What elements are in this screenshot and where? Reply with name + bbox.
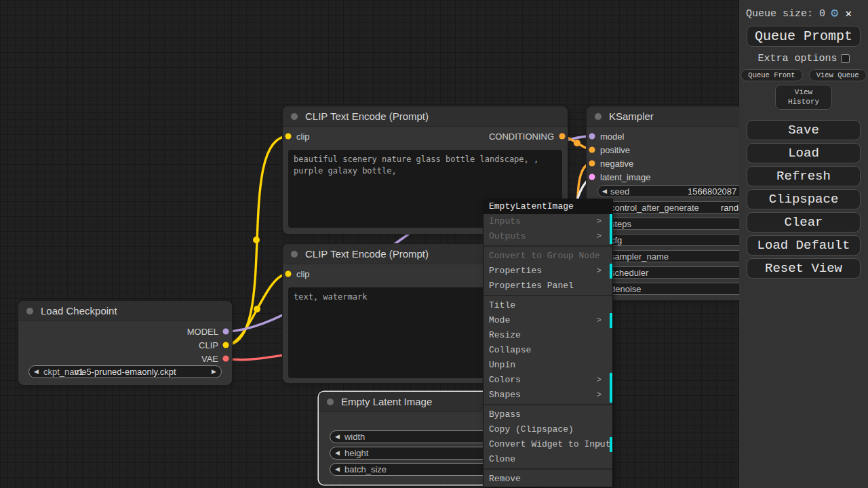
widget-label: width [344, 432, 365, 442]
input-label-clip: clip [296, 131, 310, 142]
clear-button[interactable]: Clear [747, 212, 861, 232]
extra-options-checkbox[interactable] [841, 54, 850, 63]
queue-size-label: Queue size: 0 [746, 8, 825, 20]
submenu-arrow-icon: > [597, 229, 601, 244]
menu-item-remove[interactable]: Remove [484, 472, 612, 487]
extra-options-label: Extra options [757, 53, 837, 64]
node-title: CLIP Text Encode (Prompt) [305, 248, 429, 260]
decrement-arrow-icon[interactable]: ◀ [330, 447, 344, 460]
refresh-button[interactable]: Refresh [747, 166, 861, 186]
menu-item-bypass[interactable]: Bypass [484, 407, 612, 422]
menu-item-title[interactable]: Title [484, 298, 612, 313]
node-title: Empty Latent Image [341, 396, 432, 407]
menu-item-convert-widget-to-input[interactable]: Convert Widget to Input> [484, 437, 612, 452]
close-icon[interactable]: ✕ [845, 7, 852, 20]
menu-item-colors[interactable]: Colors> [484, 373, 612, 388]
node-title-bar[interactable]: Load Checkpoint [18, 301, 232, 321]
input-label-negative: negative [600, 159, 633, 169]
output-label-conditioning: CONDITIONING [489, 131, 554, 142]
clipspace-button[interactable]: Clipspace [747, 189, 861, 209]
collapse-dot-icon[interactable] [26, 308, 33, 314]
node-title: Load Checkpoint [41, 305, 117, 317]
widget-value: 1566802087 [688, 186, 736, 197]
widget-label: height [344, 448, 368, 458]
widget-label: control_after_generate [610, 202, 699, 214]
context-menu: EmptyLatentImage Inputs> Outputs> Conver… [484, 199, 612, 487]
submenu-arrow-icon: > [597, 214, 601, 229]
menu-item-resize[interactable]: Resize [484, 328, 612, 343]
menu-item-properties[interactable]: Properties> [484, 264, 612, 279]
load-default-button[interactable]: Load Default [747, 235, 861, 256]
menu-item-mode[interactable]: Mode> [484, 313, 612, 328]
submenu-arrow-icon: > [597, 373, 601, 388]
submenu-arrow-icon: > [597, 437, 601, 452]
menu-item-shapes[interactable]: Shapes> [484, 388, 612, 403]
queue-prompt-button[interactable]: Queue Prompt [747, 26, 861, 47]
node-title: KSampler [609, 110, 654, 122]
menu-item-inputs: Inputs> [484, 214, 612, 229]
widget-label: scheduler [610, 267, 648, 279]
menu-item-convert-to-group-node: Convert to Group Node [484, 249, 612, 264]
collapse-dot-icon[interactable] [327, 399, 334, 405]
queue-front-button[interactable]: Queue Front [741, 69, 802, 81]
output-label-model: MODEL [187, 327, 218, 337]
decrement-arrow-icon[interactable]: ◀ [330, 430, 344, 443]
widget-label: seed [610, 186, 629, 197]
input-label-clip: clip [296, 269, 310, 279]
node-load-checkpoint[interactable]: Load Checkpoint MODEL CLIP VAE ◀ ckpt_na… [18, 301, 232, 385]
output-label-clip: CLIP [199, 340, 218, 350]
menu-item-clone[interactable]: Clone [484, 452, 612, 467]
submenu-arrow-icon: > [597, 264, 601, 279]
input-label-latent-image: latent_image [600, 172, 650, 182]
increment-arrow-icon[interactable]: ▶ [207, 365, 221, 378]
widget-label: sampler_name [610, 251, 669, 262]
menu-item-unpin[interactable]: Unpin [484, 358, 612, 373]
menu-item-copy-clipspace[interactable]: Copy (Clipspace) [484, 422, 612, 437]
menu-item-properties-panel[interactable]: Properties Panel [484, 279, 612, 293]
widget-label: denoise [610, 283, 642, 295]
view-history-button[interactable]: ViewHistory [775, 85, 832, 110]
app-window: Load Checkpoint MODEL CLIP VAE ◀ ckpt_na… [0, 0, 868, 488]
save-button[interactable]: Save [747, 120, 861, 140]
input-label-positive: positive [600, 145, 630, 155]
collapse-dot-icon[interactable] [595, 113, 601, 120]
settings-gear-icon[interactable]: ⚙ [831, 7, 838, 20]
collapse-dot-icon[interactable] [291, 113, 298, 120]
menu-item-collapse[interactable]: Collapse [484, 343, 612, 358]
decrement-arrow-icon[interactable]: ◀ [29, 365, 43, 378]
decrement-arrow-icon[interactable]: ◀ [602, 186, 607, 197]
reset-view-button[interactable]: Reset View [747, 258, 861, 279]
submenu-arrow-icon: > [597, 388, 601, 403]
comfy-menu-panel: Queue size: 0 ⚙ ✕ Queue Prompt Extra opt… [739, 0, 868, 488]
widget-label: batch_size [344, 464, 387, 474]
view-queue-button[interactable]: View Queue [809, 69, 867, 81]
widget-ckpt-name[interactable]: ◀ ckpt_name v1-5-pruned-emaonly.ckpt ▶ [28, 365, 222, 378]
widget-label: ckpt_name [43, 367, 87, 377]
context-menu-title: EmptyLatentImage [484, 199, 612, 214]
menu-item-outputs: Outputs> [484, 229, 612, 244]
submenu-arrow-icon: > [597, 313, 601, 328]
node-title-bar[interactable]: CLIP Text Encode (Prompt) [283, 106, 568, 127]
output-label-vae: VAE [201, 354, 218, 364]
node-title: CLIP Text Encode (Prompt) [305, 110, 429, 122]
load-button[interactable]: Load [747, 143, 861, 163]
input-label-model: model [600, 131, 624, 142]
decrement-arrow-icon[interactable]: ◀ [330, 463, 344, 476]
collapse-dot-icon[interactable] [291, 251, 298, 258]
widget-label: steps [610, 218, 631, 230]
